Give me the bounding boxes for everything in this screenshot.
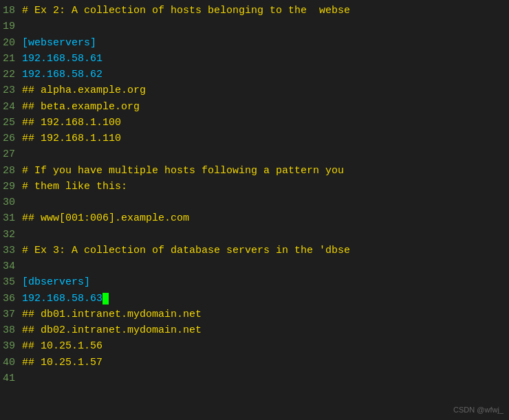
line-number: 40 [0,355,22,371]
code-line: 18# Ex 2: A collection of hosts belongin… [0,3,509,19]
code-line: 24## beta.example.org [0,99,509,115]
line-number: 27 [0,146,22,162]
code-line: 28# If you have multiple hosts following… [0,163,509,179]
code-line: 25## 192.168.1.100 [0,115,509,131]
line-number: 38 [0,322,22,338]
code-line: 30 [0,195,509,210]
line-number: 23 [0,82,22,98]
code-line: 40## 10.25.1.57 [0,355,509,371]
line-content: ## alpha.example.org [22,82,146,98]
line-number: 28 [0,163,22,179]
line-number: 25 [0,115,22,131]
line-number: 20 [0,35,22,51]
code-line: 34 [0,258,509,274]
line-number: 24 [0,99,22,115]
code-line: 39## 10.25.1.56 [0,338,509,354]
line-content: # If you have multiple hosts following a… [22,163,344,179]
line-content: ## beta.example.org [22,99,140,115]
line-number: 29 [0,179,22,195]
line-number: 36 [0,291,22,307]
code-line: 29# them like this: [0,179,509,195]
line-number: 19 [0,19,22,34]
code-line: 38## db02.intranet.mydomain.net [0,322,509,338]
line-number: 32 [0,227,22,243]
line-number: 26 [0,131,22,146]
line-number: 33 [0,243,22,258]
line-content: ## db01.intranet.mydomain.net [22,307,202,322]
code-line: 33# Ex 3: A collection of database serve… [0,243,509,258]
line-content: ## 10.25.1.57 [22,355,102,371]
code-line: 23## alpha.example.org [0,82,509,98]
code-line: 20[webservers] [0,35,509,51]
line-content: ## www[001:006].example.com [22,210,189,226]
code-line: 26## 192.168.1.110 [0,131,509,146]
line-content: ## 192.168.1.110 [22,131,121,146]
line-content: # Ex 3: A collection of database servers… [22,243,350,258]
text-cursor [102,293,109,305]
line-number: 21 [0,51,22,67]
line-content: # Ex 2: A collection of hosts belonging … [22,3,350,19]
code-line: 41 [0,371,509,386]
line-number: 18 [0,3,22,19]
code-line: 36192.168.58.63 [0,291,509,307]
line-content: ## 192.168.1.100 [22,115,121,131]
line-content: 192.168.58.61 [22,51,102,67]
line-content: [dbservers] [22,274,90,290]
line-number: 39 [0,338,22,354]
line-content: 192.168.58.62 [22,67,102,82]
line-number: 35 [0,274,22,290]
line-content: ## db02.intranet.mydomain.net [22,322,202,338]
line-content: [webservers] [22,35,96,51]
line-number: 30 [0,195,22,210]
code-line: 31## www[001:006].example.com [0,210,509,226]
code-line: 27 [0,146,509,162]
code-line: 32 [0,227,509,243]
line-number: 22 [0,67,22,82]
code-line: 37## db01.intranet.mydomain.net [0,307,509,322]
watermark: CSDN @wfwj_ [453,404,503,416]
line-number: 37 [0,307,22,322]
line-content: ## 10.25.1.56 [22,338,102,354]
code-line: 19 [0,19,509,34]
line-content: 192.168.58.63 [22,291,109,307]
code-line: 35[dbservers] [0,274,509,290]
code-line: 21192.168.58.61 [0,51,509,67]
code-editor: 18# Ex 2: A collection of hosts belongin… [0,0,509,420]
line-number: 41 [0,371,22,386]
line-number: 31 [0,210,22,226]
line-number: 34 [0,258,22,274]
line-content: # them like this: [22,179,127,195]
code-line: 22192.168.58.62 [0,67,509,82]
